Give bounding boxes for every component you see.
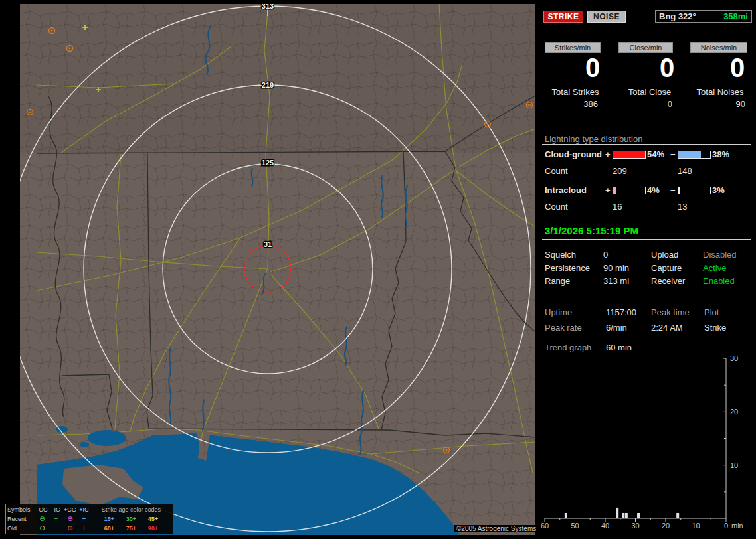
total-noises-value: 90 <box>692 99 745 109</box>
svg-text:10: 10 <box>730 461 738 469</box>
ic-neg-pct: 3% <box>712 185 725 195</box>
ic-neg-bar <box>678 187 711 194</box>
bearing-box: Bng 322° 358mi <box>655 10 752 23</box>
legend-recent-row: Recent ⊖ − ⊕ + 15+30+45+ <box>7 514 171 524</box>
receiver-label: Receiver <box>651 276 685 286</box>
cloud-ground-label: Cloud-ground <box>545 149 602 159</box>
cg-neg-bar <box>678 151 711 159</box>
map-legend: Symbols -CG -IC +CG +IC Strike age color… <box>5 504 173 534</box>
neg-cg-icon: ⊖ <box>35 516 49 522</box>
strikes-per-min-value: 0 <box>577 54 608 81</box>
total-close-value: 0 <box>619 99 672 109</box>
divider <box>542 144 751 145</box>
squelch-value: 0 <box>603 250 608 260</box>
cg-neg-count: 148 <box>678 166 692 176</box>
svg-text:10: 10 <box>692 522 700 530</box>
close-per-min-badge: Close/min <box>618 42 673 53</box>
squelch-label: Squelch <box>545 250 576 260</box>
peak-time-value: 2:24 AM <box>651 323 683 333</box>
ic-pos-pct: 4% <box>647 185 660 195</box>
legend-old-row: Old ⊖ − ⊕ + 60+75+90+ <box>7 524 171 533</box>
age-code: 45+ <box>142 516 164 522</box>
cg-pos-count: 209 <box>613 166 627 176</box>
ic-pos-bar <box>613 187 646 194</box>
svg-text:20: 20 <box>730 408 738 416</box>
pos-ic-icon: + <box>77 516 91 522</box>
datetime-display: 3/1/2026 5:15:19 PM <box>545 225 638 236</box>
ic-neg-count: 13 <box>678 202 687 212</box>
persistence-label: Persistence <box>545 263 590 273</box>
app-window: 313 219 125 31 Symbols -CG -IC +CG +IC S… <box>0 0 756 539</box>
total-strikes-label: Total Strikes <box>545 87 606 97</box>
trend-graph-label: Trend graph <box>545 343 591 352</box>
ring-label-125: 125 <box>262 159 274 167</box>
svg-text:20: 20 <box>662 522 670 530</box>
upload-status: Disabled <box>703 250 737 260</box>
svg-text:min: min <box>731 522 743 530</box>
range-value: 313 mi <box>603 276 629 286</box>
minus-sign: − <box>670 149 676 159</box>
uptime-label: Uptime <box>545 307 572 317</box>
upload-label: Upload <box>651 250 678 260</box>
legend-col-neg-cg: -CG <box>35 506 49 513</box>
strike-toggle-button[interactable]: STRIKE <box>543 11 583 23</box>
close-per-min-value: 0 <box>652 54 682 81</box>
persistence-value: 90 min <box>603 263 629 273</box>
legend-header-row: Symbols -CG -IC +CG +IC Strike age color… <box>7 505 171 514</box>
peak-rate-label: Peak rate <box>545 323 582 333</box>
capture-status: Active <box>703 263 726 273</box>
status-panel: STRIKE NOISE Bng 322° 358mi Strikes/min … <box>539 5 756 536</box>
pos-ic-icon: + <box>77 525 91 532</box>
uptime-value: 1157:00 <box>606 307 636 317</box>
peak-time-label: Peak time <box>651 307 690 317</box>
age-code: 15+ <box>98 516 120 522</box>
copyright-text: ©2005 Astrogenic Systems <box>454 525 538 532</box>
map-canvas: 313 219 125 31 <box>20 4 535 535</box>
bearing-label: Bng 322° <box>659 11 696 21</box>
plot-label: Plot <box>704 307 719 317</box>
legend-old-label: Old <box>7 525 35 532</box>
old-age-codes: 60+75+90+ <box>91 525 171 532</box>
ring-label-31: 31 <box>264 240 272 248</box>
ring-label-313: 313 <box>262 4 274 10</box>
total-strikes-value: 386 <box>545 99 598 109</box>
legend-recent-label: Recent <box>7 516 35 522</box>
divider <box>542 222 751 222</box>
neg-cg-icon: ⊖ <box>35 525 49 532</box>
legend-col-neg-ic: -IC <box>49 506 63 513</box>
ic-pos-count: 16 <box>613 202 622 212</box>
plus-sign: + <box>605 149 611 159</box>
cg-count-label: Count <box>545 166 568 176</box>
divider <box>542 297 751 297</box>
intracloud-label: Intracloud <box>545 185 587 195</box>
lightning-map: 313 219 125 31 <box>20 4 535 535</box>
range-label: Range <box>545 276 570 286</box>
total-close-label: Total Close <box>619 87 680 97</box>
svg-text:30: 30 <box>730 354 738 362</box>
neg-ic-icon: − <box>49 525 63 532</box>
total-noises-label: Total Noises <box>690 87 751 97</box>
noises-per-min-badge: Noises/min <box>690 42 747 53</box>
cg-neg-pct: 38% <box>712 149 729 159</box>
distribution-header: Lightning type distribution <box>545 134 642 144</box>
cg-pos-bar <box>613 151 646 159</box>
trend-window-value: 60 min <box>606 343 632 352</box>
age-code: 30+ <box>120 516 142 522</box>
strikes-per-min-badge: Strikes/min <box>545 42 601 53</box>
plot-value: Strike <box>704 323 726 333</box>
svg-text:0: 0 <box>724 522 728 530</box>
divider <box>542 239 751 240</box>
minus-sign: − <box>670 185 676 195</box>
legend-col-pos-cg: +CG <box>63 506 77 513</box>
svg-text:50: 50 <box>571 522 579 530</box>
legend-symbols-header: Symbols <box>7 506 35 513</box>
peak-rate-value: 6/min <box>606 323 627 333</box>
pos-cg-icon: ⊕ <box>63 525 77 532</box>
cg-pos-pct: 54% <box>647 149 664 159</box>
pos-cg-icon: ⊕ <box>63 516 77 522</box>
recent-age-codes: 15+30+45+ <box>91 516 171 522</box>
svg-text:40: 40 <box>601 522 609 530</box>
ic-count-label: Count <box>545 202 568 212</box>
noise-toggle-button[interactable]: NOISE <box>587 11 626 23</box>
plus-sign: + <box>605 185 611 195</box>
